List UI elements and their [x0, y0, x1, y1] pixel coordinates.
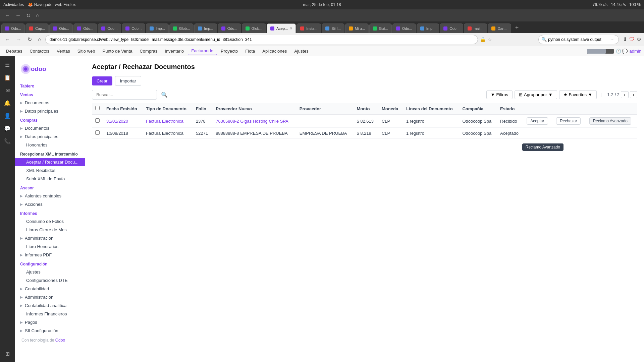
menu-facturando[interactable]: Facturando	[188, 47, 217, 55]
menu-contactos[interactable]: Contactos	[26, 47, 53, 55]
dock-icon-4[interactable]: 🔔	[2, 97, 13, 109]
user-menu[interactable]: admin	[630, 49, 641, 54]
row1-proveedor-nuevo-link[interactable]: 76365808-2 Gigas Hosting Chile SPA	[216, 119, 288, 124]
shield-icon[interactable]: 🛡	[629, 37, 635, 43]
dock-icon-6[interactable]: 💬	[2, 123, 13, 134]
address-input[interactable]	[45, 35, 478, 44]
dock-icon-apps[interactable]: ⊞	[2, 348, 13, 359]
tab-mail[interactable]: mail...	[464, 23, 487, 33]
tab-mi-u[interactable]: Mi u...	[345, 23, 369, 33]
agrupar-button[interactable]: ⊞ Agrupar por ▼	[515, 90, 557, 99]
tab-odo-3[interactable]: Odo...	[73, 23, 97, 33]
chat-icon[interactable]: 💬	[622, 49, 628, 54]
menu-ventas[interactable]: Ventas	[53, 47, 73, 55]
os-browser-name[interactable]: 🦊 Navegador web Firefox	[28, 2, 75, 7]
address-back[interactable]: ←	[3, 35, 12, 44]
tab-acep-active[interactable]: Acep... ×	[267, 23, 296, 33]
sidebar-item-compras-documentos[interactable]: ▶Documentos	[15, 124, 85, 132]
sidebar-item-ventas-documentos[interactable]: ▶Documentos	[15, 99, 85, 107]
sidebar-item-administracion[interactable]: ▶Administración	[15, 293, 85, 301]
tab-imp-1[interactable]: Imp...	[146, 23, 169, 33]
tab-odo-5[interactable]: Odo...	[122, 23, 145, 33]
tab-odo-4[interactable]: Odo...	[98, 23, 121, 33]
address-reload[interactable]: ↻	[25, 35, 34, 44]
aceptar-button-row1[interactable]: Aceptar	[527, 117, 548, 125]
dock-icon-1[interactable]: ☰	[2, 59, 13, 70]
dock-icon-7[interactable]: 📞	[2, 135, 13, 147]
sidebar-item-configuraciones-dte[interactable]: Configuraciones DTE	[15, 276, 85, 285]
home-button[interactable]: ⌂	[34, 11, 41, 20]
sidebar-item-subir-xml[interactable]: Subir XML de Envío	[15, 175, 85, 183]
tab-glob-1[interactable]: Glob...	[169, 23, 194, 33]
menu-debates[interactable]: Debates	[3, 47, 25, 55]
address-home[interactable]: ⌂	[36, 35, 43, 44]
tab-dan[interactable]: Dan...	[488, 23, 511, 33]
dock-icon-5[interactable]: 👤	[2, 110, 13, 121]
sidebar-item-administracion-inf[interactable]: ▶Administración	[15, 234, 85, 242]
tab-imp-2[interactable]: Imp...	[194, 23, 217, 33]
sidebar-item-asientos-contables[interactable]: ▶Asientos contables	[15, 192, 85, 200]
menu-sitio-web[interactable]: Sitio web	[74, 47, 99, 55]
row1-tipo-link[interactable]: Factura Electrónica	[146, 119, 183, 124]
tab-odo-1[interactable]: Odo...	[1, 23, 25, 33]
tab-sii[interactable]: Sii I...	[322, 23, 344, 33]
importar-button[interactable]: Importar	[115, 76, 141, 86]
sidebar-item-contabilidad-analitica[interactable]: ▶Contabilidad analítica	[15, 301, 85, 310]
sidebar-item-ajustes[interactable]: Ajustes	[15, 268, 85, 276]
row2-select-checkbox[interactable]	[95, 130, 100, 135]
tab-imp-3[interactable]: Imp...	[417, 23, 439, 33]
prev-page-button[interactable]: ‹	[621, 91, 628, 98]
filtros-button[interactable]: ▼ Filtros	[486, 90, 513, 99]
back-button[interactable]: ←	[3, 11, 12, 20]
sidebar-item-honorarios[interactable]: Honorarios	[15, 141, 85, 149]
menu-flota[interactable]: Flota	[242, 47, 258, 55]
menu-proyecto[interactable]: Proyecto	[217, 47, 241, 55]
next-page-button[interactable]: ›	[630, 91, 637, 98]
address-forward[interactable]: →	[14, 35, 23, 44]
rechazar-button-row1[interactable]: Rechazar	[556, 117, 581, 125]
sidebar-item-pagos[interactable]: ▶Pagos	[15, 318, 85, 326]
settings-icon[interactable]: ⚙	[637, 36, 641, 43]
menu-punto-venta[interactable]: Punto de Venta	[99, 47, 136, 55]
sidebar-item-consumo-folios[interactable]: Consumo de Folios	[15, 217, 85, 226]
reclamo-button-row1[interactable]: Reclamo Avanzado	[589, 117, 631, 125]
sidebar-item-compras-datos[interactable]: ▶Datos principales	[15, 132, 85, 141]
reload-button[interactable]: ↻	[24, 11, 33, 20]
dock-icon-2[interactable]: 📋	[2, 72, 13, 83]
tab-odo-7[interactable]: Odo...	[392, 23, 416, 33]
sidebar-item-informes-pdf[interactable]: ▶Informes PDF	[15, 251, 85, 259]
sidebar-item-xml-recibidos[interactable]: XML Recibidos	[15, 166, 85, 175]
sidebar-item-libros-cierre[interactable]: Libros Cierre de Mes	[15, 226, 85, 234]
sidebar-item-sii-configuracion[interactable]: ▶SII Configuración	[15, 326, 85, 335]
row1-select-checkbox[interactable]	[95, 118, 100, 123]
tab-cap[interactable]: Cap...	[25, 23, 49, 33]
search-submit-icon[interactable]: 🔍	[161, 92, 168, 98]
crear-button[interactable]: Crear	[92, 76, 112, 85]
search-input[interactable]	[92, 90, 157, 100]
search-go-icon[interactable]: →	[610, 37, 614, 42]
new-tab-button[interactable]: +	[513, 23, 521, 33]
menu-inventario[interactable]: Inventario	[161, 47, 187, 55]
os-activities[interactable]: Actividades	[3, 2, 24, 7]
star-icon[interactable]: ☆	[488, 37, 492, 42]
sidebar-item-acciones[interactable]: ▶Acciones	[15, 200, 85, 208]
favoritos-button[interactable]: ★ Favoritos ▼	[559, 90, 597, 99]
sidebar-item-libro-honorarios[interactable]: Libro Honorarios	[15, 242, 85, 251]
odoo-link[interactable]: Odoo	[55, 338, 65, 343]
browser-search-input[interactable]	[548, 37, 608, 42]
forward-button[interactable]: →	[13, 11, 23, 20]
tab-gui[interactable]: Guí...	[369, 23, 392, 33]
sidebar-item-ventas-datos[interactable]: ▶Datos principales	[15, 107, 85, 115]
tab-odo-2[interactable]: Odo...	[49, 23, 73, 33]
tab-odo-8[interactable]: Odo...	[440, 23, 463, 33]
tab-insta[interactable]: Insta...	[297, 23, 321, 33]
download-icon[interactable]: ⬇	[623, 36, 627, 43]
dock-icon-3[interactable]: ✉	[2, 84, 13, 96]
tab-odo-6[interactable]: Odo...	[218, 23, 241, 33]
sidebar-item-aceptar-rechazar[interactable]: Aceptar / Rechazar Docu...	[15, 158, 85, 166]
tab-glob-2[interactable]: Glob...	[242, 23, 266, 33]
sidebar-item-contabilidad[interactable]: ▶Contabilidad	[15, 285, 85, 293]
menu-aplicaciones[interactable]: Aplicaciones	[259, 47, 290, 55]
menu-compras[interactable]: Compras	[136, 47, 161, 55]
menu-ajustes[interactable]: Ajustes	[291, 47, 312, 55]
